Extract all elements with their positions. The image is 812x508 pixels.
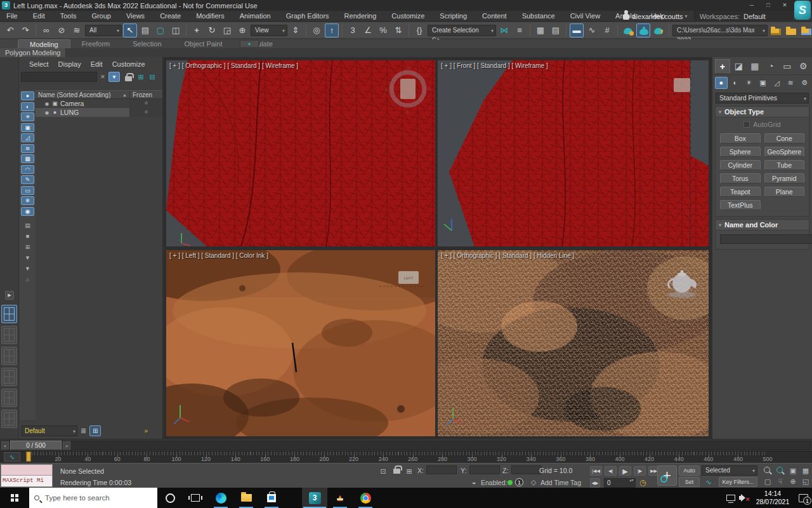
maximize-viewport-icon[interactable]: ◱ xyxy=(799,476,812,487)
pan-icon[interactable]: ☟ xyxy=(774,476,787,487)
frame-spinner[interactable]: ▴▾ xyxy=(628,478,635,488)
undo-icon[interactable]: ↶ xyxy=(3,23,17,37)
time-slider[interactable]: < 0 / 500 > xyxy=(0,439,812,451)
utilities-tab-icon[interactable]: ⚙ xyxy=(796,59,811,73)
use-pivot-point-icon[interactable]: ⇕ xyxy=(289,23,303,37)
menu-item[interactable]: Tools xyxy=(60,12,77,20)
scene-object-row[interactable]: ◉ ▣ Camera ❄ xyxy=(36,99,162,108)
container-display-icon[interactable]: ⌂ xyxy=(21,275,34,284)
time-slider-track[interactable] xyxy=(1,441,811,450)
viewport-front-wireframe[interactable]: [ + ] [ Front ] [ Standard ] [ Wireframe… xyxy=(438,60,709,246)
object-type-button[interactable]: Cylinder xyxy=(720,160,761,170)
redo-icon[interactable]: ↷ xyxy=(18,23,32,37)
signin-user[interactable]: alexander.coutts xyxy=(632,13,683,20)
key-filters-button[interactable]: Key Filters... xyxy=(719,477,757,487)
reference-coordinate-dropdown[interactable]: View xyxy=(251,25,287,36)
advanced-filter-icon[interactable]: ▼ xyxy=(21,264,34,273)
viewport-layout-preset[interactable] xyxy=(1,326,17,344)
ribbon-tab[interactable]: Selection xyxy=(121,39,173,48)
geometry-category-icon[interactable]: ● xyxy=(715,77,728,89)
filter-xrefs-icon[interactable]: ◠ xyxy=(21,165,34,174)
filter-lights-icon[interactable]: ☀ xyxy=(21,112,34,121)
object-type-button[interactable]: Sphere xyxy=(720,147,761,157)
viewport-layout-preset[interactable] xyxy=(1,347,17,365)
clear-search-icon[interactable]: ✕ xyxy=(98,74,107,80)
selection-filter-dropdown[interactable]: All xyxy=(85,25,122,36)
window-crossing-icon[interactable]: ◫ xyxy=(169,23,183,37)
open-project-folder-icon[interactable] xyxy=(784,23,798,37)
listener-pink-row[interactable] xyxy=(1,465,52,476)
name-color-rollout-header[interactable]: ▾ Name and Color xyxy=(716,220,809,231)
named-selection-sets-dropdown[interactable]: Create Selection Se xyxy=(428,25,496,36)
helpers-category-icon[interactable]: ◿ xyxy=(770,77,783,89)
expand-all-icon[interactable]: ▤ xyxy=(21,221,34,230)
percent-snap-icon[interactable]: % xyxy=(376,23,390,37)
bind-to-space-warp-icon[interactable]: ≋ xyxy=(70,23,84,37)
systems-category-icon[interactable]: ⚙ xyxy=(798,77,811,89)
time-configuration-icon[interactable]: ◷ xyxy=(639,478,646,487)
viewport-layout-preset[interactable] xyxy=(1,368,17,386)
filter-space-warps-icon[interactable]: ≋ xyxy=(21,144,34,153)
menu-item[interactable]: Create xyxy=(160,12,181,20)
filter-cameras-icon[interactable]: ▣ xyxy=(21,123,34,132)
menu-item[interactable]: Group xyxy=(91,12,111,20)
key-selection-dropdown[interactable]: Selected xyxy=(702,465,757,476)
set-keys-button[interactable]: + xyxy=(657,465,677,486)
angle-snap-icon[interactable]: ∠ xyxy=(361,23,375,37)
enabled-count-badge[interactable]: 1 xyxy=(515,478,523,486)
unlink-selection-icon[interactable]: ⊘ xyxy=(55,23,69,37)
filter-helpers-icon[interactable]: ◿ xyxy=(21,133,34,142)
volume-muted-icon[interactable]: ✕ xyxy=(739,493,749,502)
mirror-icon[interactable]: ⋈ xyxy=(497,23,511,37)
ribbon-config-dropdown[interactable]: ▾ xyxy=(240,40,259,48)
toggle-scene-explorer-icon[interactable]: ▦ xyxy=(534,23,547,37)
hierarchy-tab-icon[interactable]: ▦ xyxy=(747,59,763,73)
filter-hidden-icon[interactable]: ◉ xyxy=(21,207,34,216)
viewport-layout-preset[interactable] xyxy=(1,389,17,407)
maxscript-mini-listener[interactable]: MAXScript Mi xyxy=(1,464,53,487)
track-bar-ruler[interactable]: 2040608010012014016018020022024026028030… xyxy=(29,451,768,464)
network-icon[interactable] xyxy=(726,495,735,501)
menu-item[interactable]: Civil View xyxy=(570,12,600,20)
object-type-button[interactable]: Torus xyxy=(720,173,761,184)
collapse-tree-icon[interactable]: ⊟ xyxy=(147,73,157,81)
filter-shapes-icon[interactable]: ◐ xyxy=(21,102,34,111)
menu-item[interactable]: Content xyxy=(482,12,507,20)
layout-flyout-arrow[interactable]: ▶ xyxy=(5,291,14,300)
workspaces-selector[interactable]: Workspaces: Default xyxy=(694,11,793,22)
save-plus-icon[interactable] xyxy=(799,23,812,37)
zoom-extents-icon[interactable]: ▣ xyxy=(787,465,799,476)
viewport-label[interactable]: [ + ] [ Orthographic ] [ Standard ] [ Hi… xyxy=(441,252,574,259)
start-button[interactable] xyxy=(0,488,29,508)
file-explorer-taskbar-button[interactable] xyxy=(233,488,259,508)
frozen-toggle-icon[interactable]: ❄ xyxy=(129,108,162,117)
viewport-label[interactable]: [ + ] [ Front ] [ Standard ] [ Wireframe… xyxy=(441,62,548,69)
object-name[interactable]: Camera xyxy=(59,100,129,107)
expand-tree-icon[interactable]: ⊞ xyxy=(136,73,146,81)
toggle-layer-explorer-icon[interactable]: ▤ xyxy=(549,23,563,37)
selection-lock-icon[interactable] xyxy=(393,469,400,474)
next-frame-button[interactable]: > xyxy=(63,441,70,450)
filter-groups-icon[interactable]: ▩ xyxy=(21,154,34,163)
select-by-name-icon[interactable]: ▤ xyxy=(138,23,152,37)
scene-explorer-menu-item[interactable]: Edit xyxy=(91,60,103,68)
lights-category-icon[interactable]: ☀ xyxy=(743,77,756,89)
viewport-label[interactable]: [ + ] [ Orthographic ] [ Standard ] [ Wi… xyxy=(169,62,298,69)
zoom-region-icon[interactable]: ▢ xyxy=(761,476,774,487)
rendered-frame-window-icon[interactable] xyxy=(636,23,650,37)
close-button[interactable]: ✕ xyxy=(776,0,793,10)
open-mini-curve-editor-icon[interactable]: ∿ xyxy=(4,452,20,462)
space-warps-category-icon[interactable]: ≋ xyxy=(784,77,797,89)
select-and-manipulate-icon[interactable]: ◎ xyxy=(310,23,324,37)
search-input[interactable] xyxy=(44,493,139,502)
select-and-place-icon[interactable]: ⊕ xyxy=(235,23,249,37)
schematic-view-icon[interactable]: # xyxy=(600,23,614,37)
expand-panel-icon[interactable]: » xyxy=(144,427,147,434)
x-coordinate-field[interactable] xyxy=(426,465,457,474)
create-tab-icon[interactable]: + xyxy=(715,59,730,73)
scene-object-row[interactable]: ◉ ● LUNG ❄ xyxy=(36,108,162,117)
next-frame-button[interactable]: |▶ xyxy=(634,466,646,476)
task-view-button[interactable] xyxy=(183,488,208,508)
visibility-eye-icon[interactable]: ◉ xyxy=(43,110,51,116)
object-name[interactable]: LUNG xyxy=(59,109,129,116)
